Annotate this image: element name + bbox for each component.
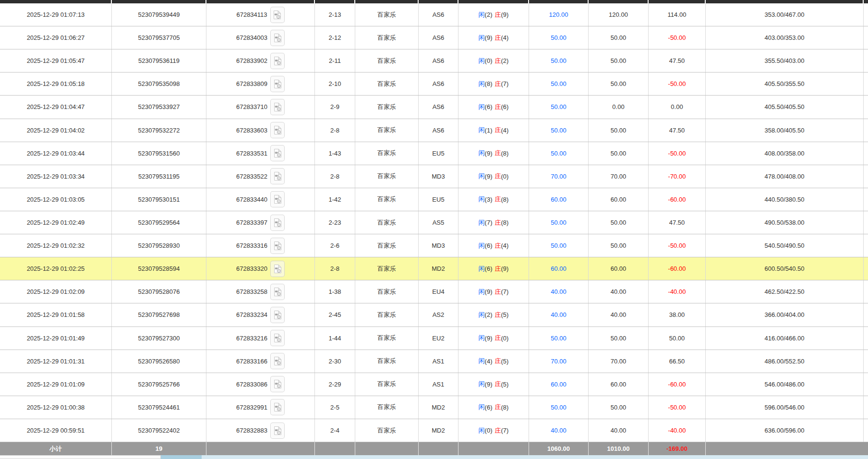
cell-game-id: 672833216 [206, 327, 315, 350]
bet-amount-link[interactable]: 40.00 [551, 427, 567, 434]
player-points: (6) [485, 103, 493, 110]
table-row[interactable]: 2025-12-29 01:00:38523079524461672832991… [0, 396, 868, 419]
bet-amount-link[interactable]: 50.00 [551, 103, 567, 110]
table-row[interactable]: 2025-12-29 01:01:58523079527698672833234… [0, 303, 868, 326]
cell-valid-amount: 70.00 [589, 165, 649, 188]
player-points: (6) [485, 404, 493, 411]
table-row[interactable]: 2025-12-29 01:02:25523079528594672833320… [0, 257, 868, 280]
cell-winloss: -50.00 [649, 142, 706, 165]
video-replay-button[interactable] [270, 191, 285, 207]
game-id-text: 672833522 [236, 173, 267, 180]
cell-right-gutter [864, 26, 868, 49]
bet-amount-link[interactable]: 50.00 [551, 242, 567, 249]
video-replay-button[interactable] [270, 7, 285, 23]
video-replay-button[interactable] [270, 399, 285, 415]
cell-balance: 540.50/490.50 [706, 234, 864, 257]
video-replay-button[interactable] [270, 284, 285, 300]
cell-bet-amount: 60.00 [529, 188, 589, 211]
table-row[interactable]: 2025-12-29 01:01:49523079527300672833216… [0, 327, 868, 350]
cell-balance: 405.50/355.50 [706, 72, 864, 95]
video-replay-button[interactable] [270, 423, 285, 439]
cell-right-gutter [864, 165, 868, 188]
player-points: (7) [485, 219, 493, 226]
video-replay-button[interactable] [270, 168, 285, 184]
video-replay-icon [274, 171, 282, 181]
video-replay-button[interactable] [270, 330, 285, 346]
bet-amount-link[interactable]: 60.00 [551, 381, 567, 388]
video-replay-button[interactable] [270, 99, 285, 115]
video-replay-button[interactable] [270, 307, 285, 323]
hscroll-thumb[interactable] [0, 455, 161, 459]
bet-amount-link[interactable]: 120.00 [549, 11, 568, 18]
table-row[interactable]: 2025-12-29 01:05:18523079535098672833809… [0, 72, 868, 96]
banker-points: (0) [501, 173, 509, 180]
banker-points: (9) [501, 265, 509, 272]
table-row[interactable]: 2025-12-29 01:02:49523079529564672833397… [0, 211, 868, 234]
table-row[interactable]: 2025-12-29 01:06:27523079537705672834003… [0, 26, 868, 49]
cell-game-name: 百家乐 [355, 3, 419, 26]
bet-amount-link[interactable]: 50.00 [551, 219, 567, 226]
cell-result: 闲(0)庄(7) [458, 419, 529, 442]
video-replay-button[interactable] [270, 238, 285, 254]
table-row[interactable]: 2025-12-29 01:03:05523079530151672833440… [0, 188, 868, 211]
table-row[interactable]: 2025-12-29 01:03:44523079531560672833531… [0, 142, 868, 165]
table-row[interactable]: 2025-12-29 01:01:09523079525766672833086… [0, 373, 868, 396]
video-replay-button[interactable] [270, 376, 285, 392]
bet-amount-link[interactable]: 60.00 [551, 196, 567, 203]
cell-game-id: 672832883 [206, 419, 315, 442]
game-id-text: 672833531 [236, 150, 267, 157]
video-replay-button[interactable] [270, 53, 285, 69]
player-label: 闲 [479, 80, 485, 88]
cell-table-code: MD2 [419, 396, 458, 419]
player-label: 闲 [479, 311, 485, 319]
video-replay-button[interactable] [270, 145, 285, 161]
cell-time: 2025-12-29 01:02:49 [0, 211, 112, 234]
hscroll-track[interactable] [202, 455, 868, 459]
cell-result: 闲(6)庄(4) [458, 234, 529, 257]
table-row[interactable]: 2025-12-29 01:03:34523079531195672833522… [0, 165, 868, 188]
table-row[interactable]: 2025-12-29 01:04:02523079532272672833603… [0, 119, 868, 142]
bet-amount-link[interactable]: 70.00 [551, 173, 567, 180]
video-replay-button[interactable] [270, 76, 285, 92]
table-row[interactable]: 2025-12-29 01:01:31523079526580672833166… [0, 350, 868, 373]
banker-label: 庄 [495, 334, 501, 342]
bet-amount-link[interactable]: 50.00 [551, 34, 567, 41]
player-label: 闲 [479, 426, 485, 435]
video-replay-button[interactable] [270, 353, 285, 369]
table-row[interactable]: 2025-12-29 01:02:09523079528076672833258… [0, 280, 868, 303]
cell-result: 闲(9)庄(7) [458, 280, 529, 303]
cell-winloss: -70.00 [649, 165, 706, 188]
cell-balance: 366.00/404.00 [706, 303, 864, 326]
cell-game-id: 672832991 [206, 396, 315, 419]
bet-amount-link[interactable]: 40.00 [551, 311, 567, 318]
cell-valid-amount: 50.00 [589, 142, 649, 165]
cell-table-code: EU2 [419, 327, 458, 350]
bet-amount-link[interactable]: 60.00 [551, 265, 567, 272]
video-replay-button[interactable] [270, 215, 285, 231]
video-replay-button[interactable] [270, 122, 285, 138]
table-row[interactable]: 2025-12-29 01:02:32523079528930672833316… [0, 234, 868, 257]
bet-amount-link[interactable]: 40.00 [551, 288, 567, 295]
bet-amount-link[interactable]: 50.00 [551, 150, 567, 157]
cell-round: 2-4 [315, 419, 355, 442]
bet-amount-link[interactable]: 70.00 [551, 358, 567, 365]
table-row[interactable]: 2025-12-29 01:05:47523079536119672833902… [0, 49, 868, 72]
video-replay-button[interactable] [270, 261, 285, 277]
bet-amount-link[interactable]: 50.00 [551, 335, 567, 342]
cell-game-name: 百家乐 [355, 373, 419, 396]
cell-bet-id: 523079535098 [112, 72, 206, 95]
table-row[interactable]: 2025-12-29 00:59:51523079522402672832883… [0, 419, 868, 442]
table-row[interactable]: 2025-12-29 01:07:13523079539449672834113… [0, 3, 868, 26]
cell-right-gutter [864, 257, 868, 280]
video-replay-button[interactable] [270, 30, 285, 46]
table-row[interactable]: 2025-12-29 01:04:47523079533927672833710… [0, 96, 868, 119]
banker-points: (7) [501, 80, 509, 87]
bet-amount-link[interactable]: 50.00 [551, 57, 567, 64]
bet-amount-link[interactable]: 50.00 [551, 127, 567, 134]
cell-round: 2-8 [315, 257, 355, 280]
bet-amount-link[interactable]: 50.00 [551, 80, 567, 87]
cell-time: 2025-12-29 00:59:51 [0, 419, 112, 442]
player-points: (9) [485, 34, 493, 41]
header-edge-segment [0, 0, 111, 3]
bet-amount-link[interactable]: 50.00 [551, 404, 567, 411]
